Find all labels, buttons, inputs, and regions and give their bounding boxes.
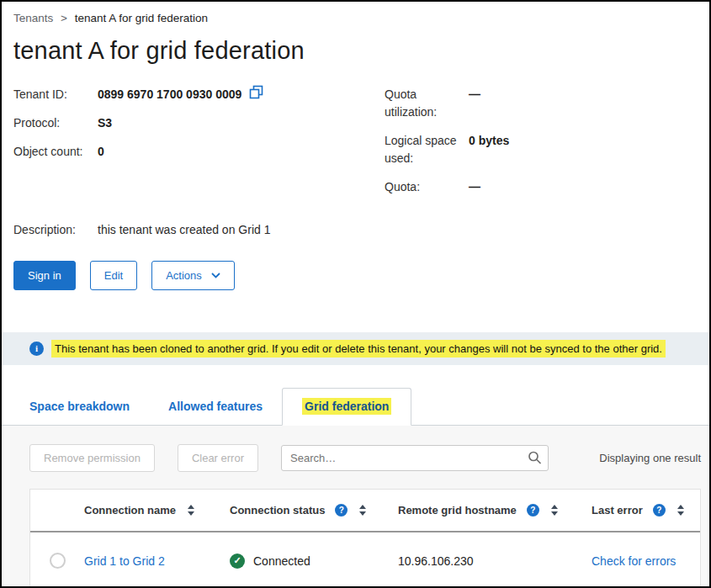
object-count-row: Object count: 0	[13, 143, 385, 161]
object-count-label: Object count:	[13, 143, 98, 161]
sort-remote-grid-hostname[interactable]	[549, 503, 560, 517]
sort-connection-name[interactable]	[186, 503, 196, 517]
quota-utilization-value: —	[469, 86, 480, 121]
last-error-help-icon[interactable]: ?	[653, 504, 666, 516]
tenant-detail-page: Tenants > tenant A for grid federation t…	[0, 0, 711, 588]
page-title: tenant A for grid federation	[13, 37, 709, 65]
tab-grid-federation[interactable]: Grid federation	[282, 388, 411, 426]
connection-name-link[interactable]: Grid 1 to Grid 2	[84, 554, 165, 568]
tenant-details: Tenant ID: 0899 6970 1700 0930 0009 Prot…	[13, 86, 698, 207]
remove-permission-button[interactable]: Remove permission	[29, 444, 155, 472]
breadcrumb: Tenants > tenant A for grid federation	[2, 2, 709, 24]
row-select-radio[interactable]	[50, 553, 66, 569]
details-left-column: Tenant ID: 0899 6970 1700 0930 0009 Prot…	[13, 86, 385, 207]
column-header-remote-grid-hostname: Remote grid hostname ?	[398, 503, 592, 517]
sort-connection-status[interactable]	[358, 503, 368, 517]
protocol-value: S3	[98, 114, 112, 132]
object-count-value: 0	[98, 143, 104, 161]
tab-allowed-features-label: Allowed features	[168, 400, 263, 413]
connections-table: Connection name Connection status ? Remo…	[29, 489, 701, 588]
banner-message: This tenant has been cloned to another g…	[51, 340, 666, 358]
check-for-errors-link[interactable]: Check for errors	[592, 554, 676, 568]
quota-value: —	[469, 178, 480, 196]
tab-bar: Space breakdown Allowed features Grid fe…	[2, 388, 709, 426]
connected-check-icon: ✓	[230, 554, 245, 569]
tab-space-breakdown[interactable]: Space breakdown	[10, 389, 149, 425]
edit-button[interactable]: Edit	[90, 261, 137, 290]
clone-info-banner: i This tenant has been cloned to another…	[2, 332, 709, 365]
details-right-column: Quota utilization: — Logical space used:…	[385, 86, 698, 207]
search-box	[281, 445, 549, 471]
sign-in-button[interactable]: Sign in	[13, 261, 76, 290]
remote-grid-hostname-header-label: Remote grid hostname	[398, 504, 517, 516]
table-toolbar: Remove permission Clear error Displaying…	[29, 444, 701, 472]
table-row: Grid 1 to Grid 2 ✓ Connected 10.96.106.2…	[30, 532, 700, 588]
actions-menu-label: Actions	[166, 269, 202, 282]
tenant-id-row: Tenant ID: 0899 6970 1700 0930 0009	[13, 86, 385, 103]
tab-grid-federation-label: Grid federation	[302, 398, 391, 415]
description-label: Description:	[13, 221, 98, 239]
tenant-id-value: 0899 6970 1700 0930 0009	[98, 86, 241, 103]
connection-status-help-icon[interactable]: ?	[335, 504, 348, 516]
connection-status-value: Connected	[253, 554, 310, 568]
actions-menu-button[interactable]: Actions	[151, 261, 235, 290]
logical-space-label: Logical space used:	[385, 132, 469, 167]
quota-utilization-row: Quota utilization: —	[385, 86, 698, 121]
remote-grid-hostname-help-icon[interactable]: ?	[527, 504, 539, 516]
info-icon: i	[29, 342, 44, 356]
breadcrumb-current: tenant A for grid federation	[75, 12, 208, 24]
result-count: Displaying one result	[549, 452, 701, 464]
chevron-down-icon	[211, 268, 220, 281]
breadcrumb-separator: >	[61, 12, 67, 24]
last-error-header-label: Last error	[592, 504, 643, 516]
connection-name-header-label: Connection name	[84, 504, 176, 516]
copy-icon[interactable]	[249, 85, 263, 99]
search-input[interactable]	[281, 445, 549, 471]
protocol-row: Protocol: S3	[13, 114, 385, 132]
table-header-row: Connection name Connection status ? Remo…	[30, 490, 700, 532]
tenant-id-label: Tenant ID:	[13, 86, 98, 103]
quota-utilization-label: Quota utilization:	[385, 86, 469, 121]
logical-space-row: Logical space used: 0 bytes	[385, 132, 698, 167]
tab-allowed-features[interactable]: Allowed features	[149, 389, 282, 425]
column-header-connection-name: Connection name	[84, 503, 230, 517]
remote-grid-hostname-value: 10.96.106.230	[398, 554, 592, 568]
connection-status-header-label: Connection status	[230, 504, 325, 516]
clear-error-button[interactable]: Clear error	[178, 444, 258, 472]
tab-space-breakdown-label: Space breakdown	[29, 400, 130, 413]
protocol-label: Protocol:	[13, 114, 98, 132]
sort-last-error[interactable]	[676, 503, 686, 517]
column-header-last-error: Last error ?	[592, 503, 700, 517]
grid-federation-panel: Remove permission Clear error Displaying…	[2, 426, 709, 588]
quota-row: Quota: —	[385, 178, 698, 196]
description-value: this tenant was created on Grid 1	[98, 221, 270, 239]
action-buttons: Sign in Edit Actions	[13, 261, 698, 290]
logical-space-value: 0 bytes	[469, 132, 509, 167]
column-header-connection-status: Connection status ?	[230, 503, 398, 517]
description-row: Description: this tenant was created on …	[13, 221, 698, 239]
search-icon[interactable]	[528, 451, 542, 465]
breadcrumb-tenants-link[interactable]: Tenants	[13, 12, 53, 24]
quota-label: Quota:	[385, 178, 469, 196]
